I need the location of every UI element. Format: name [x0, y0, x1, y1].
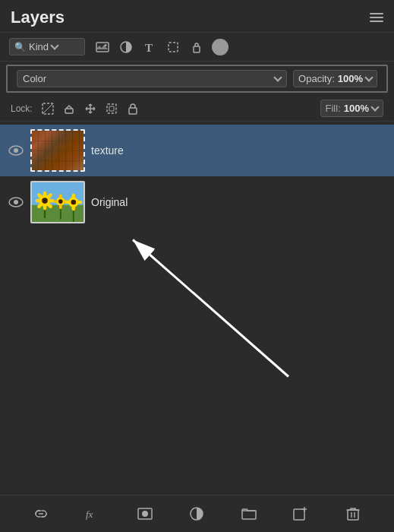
- svg-line-7: [43, 103, 53, 114]
- layer-fx-button[interactable]: fx: [83, 503, 104, 524]
- svg-text:fx: fx: [86, 508, 93, 520]
- delete-layer-button[interactable]: [342, 503, 364, 524]
- svg-point-41: [58, 199, 63, 204]
- lock-position-button[interactable]: [83, 101, 98, 116]
- svg-rect-20: [109, 106, 114, 111]
- svg-rect-19: [107, 104, 116, 113]
- svg-point-32: [43, 204, 47, 211]
- svg-rect-5: [194, 46, 200, 52]
- svg-text:T: T: [145, 42, 153, 53]
- lock-transparent-pixels-button[interactable]: [40, 101, 55, 116]
- fill-control[interactable]: Fill: 100%: [320, 100, 383, 117]
- svg-point-31: [43, 192, 47, 198]
- new-layer-button[interactable]: [290, 503, 311, 524]
- group-layers-button[interactable]: [238, 503, 260, 524]
- svg-rect-4: [169, 43, 178, 52]
- sunflower-thumbnail-image: [32, 182, 84, 222]
- svg-rect-62: [348, 510, 358, 520]
- filter-kind-select[interactable]: 🔍 Kind: [9, 38, 85, 55]
- filter-kind-value: Kind: [29, 41, 49, 52]
- lock-artboard-button[interactable]: [104, 101, 119, 116]
- svg-point-51: [65, 201, 71, 204]
- blend-mode-chevron-icon: [273, 73, 282, 81]
- layer-mask-button[interactable]: [134, 503, 156, 524]
- image-filter-icon[interactable]: [94, 39, 111, 55]
- layers-list: texture: [0, 122, 394, 495]
- adjustment-layer-button[interactable]: [186, 503, 207, 524]
- svg-point-1: [105, 44, 107, 46]
- bottom-toolbar: fx: [0, 495, 394, 532]
- svg-point-42: [59, 194, 62, 199]
- svg-point-48: [71, 200, 76, 205]
- layer-visibility-texture-button[interactable]: [8, 142, 24, 159]
- link-layers-button[interactable]: [30, 503, 52, 524]
- svg-point-43: [59, 204, 62, 209]
- svg-point-57: [142, 511, 148, 517]
- layers-content: texture: [0, 122, 394, 495]
- svg-point-23: [14, 148, 18, 153]
- panel-menu-button[interactable]: [370, 13, 383, 22]
- lock-image-pixels-button[interactable]: [61, 101, 77, 116]
- lock-label: Lock:: [11, 103, 33, 114]
- fill-value: 100%: [344, 103, 369, 114]
- panel-title: Layers: [11, 8, 65, 27]
- svg-point-30: [42, 198, 48, 204]
- opacity-value: 100%: [338, 73, 363, 84]
- shape-filter-icon[interactable]: [165, 39, 181, 55]
- layer-item-texture[interactable]: texture: [0, 125, 394, 176]
- type-filter-icon[interactable]: T: [141, 39, 158, 55]
- panel-header: Layers: [0, 0, 394, 33]
- fill-label: Fill:: [326, 103, 341, 114]
- filter-icons-group: T: [94, 39, 229, 55]
- circle-half-icon[interactable]: [118, 39, 134, 55]
- blend-opacity-row: Color Opacity: 100%: [6, 65, 388, 93]
- lock-row: Lock:: [0, 96, 394, 122]
- layer-name-texture: texture: [91, 144, 124, 157]
- smart-filter-icon[interactable]: [188, 39, 205, 55]
- layer-thumbnail-texture: [30, 129, 85, 172]
- svg-rect-21: [129, 108, 137, 114]
- opacity-chevron-icon: [364, 73, 373, 81]
- filter-toggle-button[interactable]: [212, 39, 229, 55]
- opacity-control[interactable]: Opacity: 100%: [293, 70, 377, 87]
- svg-rect-59: [294, 509, 304, 520]
- texture-thumbnail-image: [32, 131, 84, 170]
- blend-mode-value: Color: [23, 73, 46, 84]
- filter-kind-chevron-icon: [50, 41, 58, 49]
- fill-chevron-icon: [370, 103, 379, 111]
- svg-rect-8: [65, 109, 73, 113]
- layer-visibility-original-button[interactable]: [8, 194, 24, 211]
- svg-point-52: [77, 201, 83, 204]
- blend-mode-select[interactable]: Color: [17, 70, 287, 87]
- search-icon: 🔍: [14, 42, 26, 52]
- layer-name-original: Original: [91, 196, 128, 208]
- svg-point-49: [71, 194, 75, 200]
- lock-icons-group: [40, 101, 140, 116]
- svg-point-50: [71, 205, 75, 211]
- lock-all-button[interactable]: [125, 101, 140, 116]
- layers-panel: Layers 🔍 Kind: [0, 0, 394, 532]
- svg-point-44: [53, 200, 58, 203]
- svg-point-33: [36, 199, 42, 203]
- layer-item-original[interactable]: Original: [0, 176, 394, 228]
- svg-point-25: [14, 200, 18, 204]
- layer-thumbnail-original: [30, 181, 85, 223]
- filter-row: 🔍 Kind T: [0, 33, 394, 62]
- opacity-label: Opacity:: [298, 73, 335, 84]
